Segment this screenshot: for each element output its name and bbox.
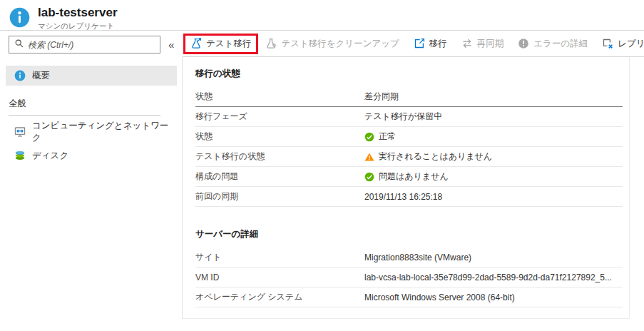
row-value-text: Migration8883site (VMware)	[364, 253, 471, 263]
info-icon	[14, 70, 26, 81]
row-label: オペレーティング システム	[195, 291, 364, 303]
warning-icon	[364, 152, 374, 162]
success-icon	[364, 172, 374, 182]
row-label: VM ID	[195, 273, 364, 282]
row-label: テスト移行の状態	[195, 151, 364, 163]
row-value: lab-vcsa-lab-local-35e78d99-2dad-5589-9d…	[364, 273, 612, 282]
search-input[interactable]	[28, 40, 155, 50]
toolbar-migrate-button[interactable]: 移行	[407, 34, 454, 54]
row-label: 状態	[195, 131, 364, 143]
command-bar: テスト移行テスト移行をクリーンアップ移行再同期エラーの詳細レプリケーションの停止	[183, 31, 644, 57]
row-value-text: 差分同期	[364, 91, 399, 103]
server-details-title: サーバーの詳細	[195, 228, 629, 240]
row-value-text: lab-vcsa-lab-local-35e78d99-2dad-5589-9d…	[364, 273, 612, 282]
sidebar: « 概要 全般 コンピューティングとネットワークディスク	[0, 31, 182, 331]
sidebar-item-disks[interactable]: ディスク	[6, 146, 177, 166]
toolbar-stop-replication-button[interactable]: レプリケーションの停止	[595, 34, 644, 54]
server-details-table: サイトMigration8883site (VMware)VM IDlab-vc…	[195, 248, 623, 307]
table-row: 構成の問題問題はありません	[195, 167, 623, 187]
row-value-text: Microsoft Windows Server 2008 (64-bit)	[364, 292, 515, 302]
search-box[interactable]	[9, 36, 160, 54]
success-icon	[364, 132, 374, 142]
toolbar-button-label: テスト移行をクリーンアップ	[281, 38, 399, 50]
sidebar-item-overview[interactable]: 概要	[6, 66, 177, 86]
test-migrate-icon	[190, 38, 202, 49]
collapse-sidebar-button[interactable]: «	[167, 39, 175, 50]
sidebar-menu: 概要 全般 コンピューティングとネットワークディスク	[0, 66, 182, 166]
row-value: 2019/11/13 16:25:18	[364, 192, 442, 202]
row-value: Microsoft Windows Server 2008 (64-bit)	[364, 292, 515, 302]
table-row: 状態差分同期	[195, 87, 623, 107]
row-value-text: 問題はありません	[379, 170, 449, 183]
row-value-text: 実行されることはありません	[379, 151, 492, 163]
sidebar-item-label: ディスク	[32, 150, 68, 162]
search-icon	[14, 39, 24, 51]
row-label: 構成の問題	[195, 170, 364, 183]
table-row: 移行フェーズテスト移行が保留中	[195, 107, 623, 127]
table-row: オペレーティング システムMicrosoft Windows Server 20…	[195, 287, 623, 307]
cleanup-test-migration-icon	[265, 38, 277, 49]
search-row: «	[0, 31, 182, 54]
toolbar-cleanup-test-migration-button: テスト移行をクリーンアップ	[258, 34, 406, 54]
migrate-icon	[414, 38, 425, 49]
toolbar-resync-button: 再同期	[454, 34, 511, 54]
compute-network-icon	[14, 126, 26, 138]
resync-icon	[461, 38, 473, 49]
sidebar-item-label: コンピューティングとネットワーク	[32, 120, 177, 144]
row-value-text: 正常	[379, 131, 396, 143]
row-label: 前回の同期	[195, 190, 364, 203]
sidebar-item-label: 概要	[32, 70, 50, 82]
row-label: サイト	[195, 251, 364, 263]
toolbar-button-label: レプリケーションの停止	[618, 38, 644, 50]
row-value: 実行されることはありません	[364, 151, 492, 163]
row-value: 正常	[364, 131, 396, 143]
row-value: 差分同期	[364, 91, 399, 103]
toolbar-button-label: テスト移行	[206, 38, 251, 50]
toolbar-test-migrate-button[interactable]: テスト移行	[183, 34, 258, 54]
toolbar-error-details-button: エラーの詳細	[511, 34, 595, 54]
sidebar-section-label: 全般	[9, 98, 182, 110]
row-label: 状態	[195, 91, 364, 103]
table-row: サイトMigration8883site (VMware)	[195, 248, 623, 268]
table-row: 前回の同期2019/11/13 16:25:18	[195, 187, 623, 207]
migration-status-title: 移行の状態	[195, 68, 629, 80]
stop-replication-icon	[602, 38, 613, 49]
row-value-text: 2019/11/13 16:25:18	[364, 192, 442, 202]
section-gap	[195, 207, 629, 228]
migration-status-table: 状態差分同期移行フェーズテスト移行が保留中状態正常テスト移行の状態実行されること…	[195, 87, 623, 207]
table-row: VM IDlab-vcsa-lab-local-35e78d99-2dad-55…	[195, 268, 623, 287]
sidebar-section-divider	[9, 115, 160, 116]
toolbar-button-label: エラーの詳細	[533, 38, 588, 50]
error-details-icon	[518, 38, 529, 49]
info-icon	[9, 7, 30, 28]
row-value: 問題はありません	[364, 170, 449, 183]
sidebar-item-compute-network[interactable]: コンピューティングとネットワーク	[6, 122, 177, 142]
page-title: lab-testserver	[38, 6, 118, 20]
row-value: Migration8883site (VMware)	[364, 253, 471, 263]
row-value: テスト移行が保留中	[364, 111, 442, 123]
toolbar-button-label: 再同期	[477, 38, 504, 50]
table-row: テスト移行の状態実行されることはありません	[195, 147, 623, 167]
overview-content-panel: 移行の状態 状態差分同期移行フェーズテスト移行が保留中状態正常テスト移行の状態実…	[182, 57, 630, 319]
disks-icon	[14, 150, 26, 161]
row-label: 移行フェーズ	[195, 111, 364, 123]
toolbar-button-label: 移行	[429, 38, 447, 50]
row-value-text: テスト移行が保留中	[364, 111, 442, 123]
table-row: 状態正常	[195, 127, 623, 147]
page-header: lab-testserver マシンのレプリケート	[9, 6, 118, 31]
